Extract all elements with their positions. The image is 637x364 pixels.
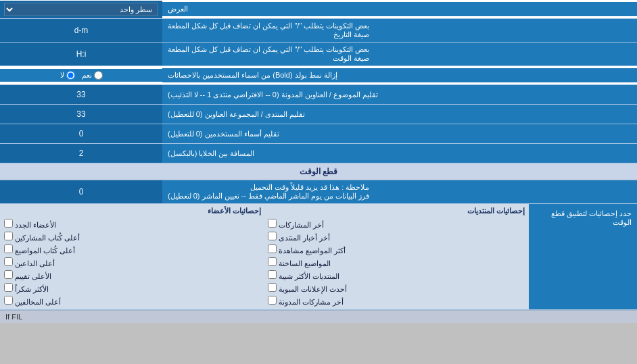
cb-label-top-violators[interactable]: أعلى المخالفين (4, 296, 61, 307)
qat-input-cell (0, 180, 162, 203)
cb-text-blog-posts: أخر مشاركات المدونة (279, 298, 344, 306)
cb-forum-news[interactable] (268, 232, 277, 240)
time-format-input[interactable] (4, 49, 158, 59)
top-label-text: العرض (168, 5, 188, 14)
trim-users-input[interactable] (4, 129, 158, 138)
bottom-bar: If FIL (0, 310, 637, 323)
date-format-label: بعض التكوينات يتطلب "/" التي يمكن ان تضا… (162, 19, 637, 42)
forums-col-header: إحصائيات المنتديات (268, 207, 525, 215)
cb-most-forums[interactable] (268, 270, 277, 279)
qat-row: ملاحظة : هذا قد يزيد قليلاً وقت التحميل … (0, 180, 637, 204)
radio-yes-label[interactable]: نعم (82, 71, 103, 80)
radio-no-text: لا (60, 71, 64, 80)
cb-item-top-rated: الأعلى تقييم (4, 270, 261, 281)
trim-users-input-cell (0, 124, 162, 143)
qat-header: قطع الوقت (0, 163, 637, 180)
date-format-row: بعض التكوينات يتطلب "/" التي يمكن ان تضا… (0, 19, 637, 43)
sort-forum-label: تقليم المنتدى / المجموعة العناوين (0 للت… (162, 105, 637, 124)
cb-text-most-viewed: أكثر المواضيع مشاهدة (279, 246, 346, 255)
cb-text-last-posts: أخر المشاركات (279, 221, 324, 229)
cb-most-viewed[interactable] (268, 244, 277, 253)
radio-yes[interactable] (94, 71, 103, 80)
cb-label-forum-news[interactable]: أخر أخبار المنتدى (268, 232, 330, 242)
cb-text-top-violators: أعلى المخالفين (15, 298, 61, 306)
cb-label-most-viewed[interactable]: أكثر المواضيع مشاهدة (268, 244, 346, 255)
qat-row-label-text: ملاحظة : هذا قد يزيد قليلاً وقت التحميل … (168, 183, 369, 201)
qat-header-text: قطع الوقت (300, 167, 337, 176)
time-format-label-text: بعض التكوينات يتطلب "/" التي يمكن ان تضا… (168, 45, 369, 63)
cb-item-6: أحدث الإعلانات المبوبة (268, 283, 525, 294)
cb-item-top-topic-writers: أعلى كُتاب المواضيع (4, 244, 261, 255)
date-format-input-cell (0, 19, 162, 42)
members-col-header: إحصائيات الأعضاء (4, 207, 261, 215)
qat-row-label: ملاحظة : هذا قد يزيد قليلاً وقت التحميل … (162, 180, 637, 203)
cb-text-new-members: الأعضاء الجدد (15, 221, 56, 229)
cb-label-ads[interactable]: أحدث الإعلانات المبوبة (268, 283, 347, 294)
bold-remove-row: إزالة نمط بولد (Bold) من اسماء المستخدمي… (0, 66, 637, 85)
cb-label-blog-posts[interactable]: أخر مشاركات المدونة (268, 296, 344, 307)
display-select[interactable]: سطر واحد سطران ثلاثة أسطر (4, 3, 158, 16)
sort-topics-input[interactable] (4, 90, 158, 99)
bold-remove-label-text: إزالة نمط بولد (Bold) من اسماء المستخدمي… (168, 71, 337, 80)
date-format-input[interactable] (4, 26, 158, 35)
radio-yes-text: نعم (82, 71, 92, 80)
sort-topics-input-cell (0, 85, 162, 104)
cb-top-inviters[interactable] (4, 257, 13, 266)
cb-ads[interactable] (268, 283, 277, 292)
cb-label-most-thanks[interactable]: الأكثر شكراً (4, 283, 49, 294)
bold-remove-label: إزالة نمط بولد (Bold) من اسماء المستخدمي… (162, 68, 637, 82)
bottom-bar-text: If FIL (5, 313, 22, 321)
trim-users-label: تقليم أسماء المستخدمين (0 للتعطيل) (162, 124, 637, 143)
cb-item-7: أخر مشاركات المدونة (268, 296, 525, 307)
cb-text-forum-news: أخر أخبار المنتدى (279, 234, 330, 242)
date-format-label-text: بعض التكوينات يتطلب "/" التي يمكن ان تضا… (168, 22, 369, 39)
top-row: العرض سطر واحد سطران ثلاثة أسطر (0, 0, 637, 19)
sort-topics-label: تقليم الموضوع / العناوين المدونة (0 -- ا… (162, 85, 637, 104)
cb-top-violators[interactable] (4, 296, 13, 305)
bottom-section-label: حدد إحصائيات لتطبيق قطع الوقت (529, 204, 637, 309)
cb-text-top-topic-writers: أعلى كُتاب المواضيع (15, 246, 75, 255)
bottom-section-label-text: حدد إحصائيات لتطبيق قطع الوقت (534, 209, 632, 227)
time-format-input-cell (0, 43, 162, 66)
time-format-label: بعض التكوينات يتطلب "/" التي يمكن ان تضا… (162, 43, 637, 66)
cell-spacing-input-cell (0, 144, 162, 163)
time-format-row: بعض التكوينات يتطلب "/" التي يمكن ان تضا… (0, 43, 637, 66)
cb-item-top-posters: أعلى كُتاب المشاركين (4, 232, 261, 242)
cb-text-ads: أحدث الإعلانات المبوبة (279, 285, 347, 293)
cb-label-top-posters[interactable]: أعلى كُتاب المشاركين (4, 232, 80, 242)
cb-blog-posts[interactable] (268, 296, 277, 305)
cb-item-3: أكثر المواضيع مشاهدة (268, 244, 525, 255)
cb-hot-topics[interactable] (268, 257, 277, 266)
cb-label-top-inviters[interactable]: أعلى الداعين (4, 257, 55, 268)
cb-top-posters[interactable] (4, 232, 13, 240)
cb-item-top-violators: أعلى المخالفين (4, 296, 261, 307)
sort-topics-row: تقليم الموضوع / العناوين المدونة (0 -- ا… (0, 85, 637, 105)
cb-label-hot-topics[interactable]: المواضيع الساخنة (268, 257, 331, 268)
cb-text-hot-topics: المواضيع الساخنة (279, 259, 331, 267)
sort-forum-input[interactable] (4, 109, 158, 119)
cb-label-top-rated[interactable]: الأعلى تقييم (4, 270, 51, 281)
sort-forum-label-text: تقليم المنتدى / المجموعة العناوين (0 للت… (168, 110, 305, 119)
cb-item-5: المنتديات الأكثر شبية (268, 270, 525, 281)
cb-top-topic-writers[interactable] (4, 244, 13, 253)
cb-most-thanks[interactable] (4, 283, 13, 292)
cell-spacing-input[interactable] (4, 149, 158, 158)
trim-users-row: تقليم أسماء المستخدمين (0 للتعطيل) (0, 124, 637, 144)
trim-users-label-text: تقليم أسماء المستخدمين (0 للتعطيل) (168, 130, 279, 138)
radio-no-label[interactable]: لا (60, 71, 75, 80)
cb-text-most-forums: المنتديات الأكثر شبية (279, 272, 339, 280)
cb-top-rated[interactable] (4, 270, 13, 279)
sort-forum-row: تقليم المنتدى / المجموعة العناوين (0 للت… (0, 105, 637, 124)
cb-last-posts[interactable] (268, 219, 277, 228)
cb-item-1: أخر المشاركات (268, 219, 525, 230)
cb-label-most-forums[interactable]: المنتديات الأكثر شبية (268, 270, 339, 281)
cb-item-2: أخر أخبار المنتدى (268, 232, 525, 242)
radio-no[interactable] (66, 71, 75, 80)
cb-label-last-posts[interactable]: أخر المشاركات (268, 219, 324, 230)
cb-label-new-members[interactable]: الأعضاء الجدد (4, 219, 56, 230)
cb-item-4: المواضيع الساخنة (268, 257, 525, 268)
qat-input[interactable] (4, 187, 158, 197)
top-label: العرض (162, 2, 637, 16)
cb-new-members[interactable] (4, 219, 13, 228)
cb-label-top-topic-writers[interactable]: أعلى كُتاب المواضيع (4, 244, 75, 255)
